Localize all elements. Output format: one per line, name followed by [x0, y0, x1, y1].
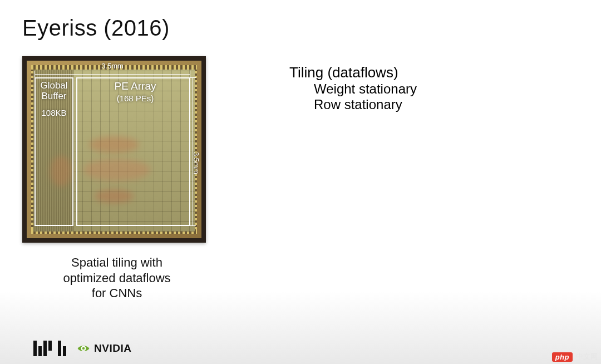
chip-pe-array-label: PE Array — [80, 81, 191, 92]
chip-caption: Spatial tiling with optimized dataflows … — [22, 255, 211, 301]
watermark-badge: php — [552, 352, 573, 362]
nvidia-logo: NVIDIA — [76, 341, 131, 356]
nvidia-eye-icon — [76, 341, 91, 356]
left-column: 3.5mm 3.5mm Global Buffer 108KB PE Array… — [22, 56, 211, 301]
slide-title: Eyeriss (2016) — [22, 16, 568, 41]
chip-width-label: 3.5mm — [35, 62, 190, 70]
chip-width-dimension: 3.5mm — [35, 71, 190, 77]
site-watermark: php 中文网 — [552, 352, 598, 362]
chip-height-label: 3.5mm — [192, 152, 200, 174]
caption-line: optimized dataflows — [63, 271, 170, 285]
caption-line: for CNNs — [92, 286, 142, 300]
bullet-item: Weight stationary — [314, 81, 417, 97]
watermark-text: 中文网 — [576, 352, 598, 362]
footer-logos: NVIDIA — [33, 341, 131, 356]
chip-buffer-label-line2: Buffer — [41, 91, 66, 101]
chip-pe-count-label: (168 PEs) — [80, 94, 191, 104]
mit-logo-icon — [33, 341, 66, 356]
chip-buffer-label-line1: Global — [40, 80, 67, 91]
nvidia-wordmark: NVIDIA — [94, 342, 131, 355]
bullet-heading: Tiling (dataflows) — [289, 64, 417, 81]
chip-buffer-label: Global Buffer — [36, 81, 72, 101]
caption-line: Spatial tiling with — [71, 255, 162, 269]
chip-buffer-size: 108KB — [36, 109, 72, 118]
slide: Eyeriss (2016) 3.5mm — [0, 0, 601, 364]
content-row: 3.5mm 3.5mm Global Buffer 108KB PE Array… — [22, 56, 568, 301]
bullet-item: Row stationary — [314, 97, 417, 112]
chip-die-photo: 3.5mm 3.5mm Global Buffer 108KB PE Array… — [22, 56, 206, 243]
right-column: Tiling (dataflows) Weight stationary Row… — [289, 56, 417, 112]
